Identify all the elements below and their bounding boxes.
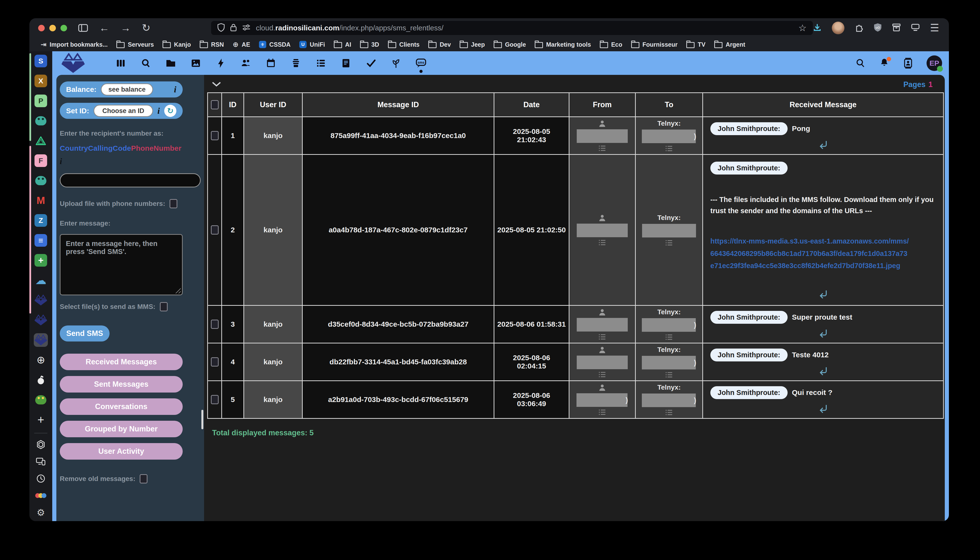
- sent-messages-button[interactable]: Sent Messages: [60, 376, 183, 393]
- bookmark-unifi[interactable]: UUniFi: [299, 41, 325, 48]
- grouped-by-number-button[interactable]: Grouped by Number: [60, 421, 183, 437]
- close-window-button[interactable]: [38, 25, 45, 32]
- mms-file-link[interactable]: https://tlnx-mms-media.s3.us-east-1.amaz…: [710, 235, 910, 272]
- vertical-tab-z[interactable]: Z: [34, 213, 48, 227]
- forward-icon[interactable]: →: [121, 23, 131, 33]
- bookmark-folder-jeep[interactable]: Jeep: [460, 41, 485, 48]
- row-select-checkbox[interactable]: [211, 320, 219, 329]
- notifications-bell-icon[interactable]: [879, 58, 890, 68]
- details-list-icon[interactable]: [599, 334, 606, 340]
- devices-shortcut[interactable]: [36, 456, 46, 467]
- back-icon[interactable]: ←: [99, 23, 109, 33]
- contacts-menu-icon[interactable]: [903, 58, 914, 69]
- vertical-tab-frog-2[interactable]: [34, 174, 48, 187]
- settings-shortcut[interactable]: ⚙: [37, 507, 45, 518]
- extensions-puzzle-icon[interactable]: [855, 23, 864, 33]
- resend-icon[interactable]: [818, 328, 828, 338]
- vertical-tab-nextcloud-1[interactable]: [34, 293, 48, 307]
- bookmark-star-icon[interactable]: ☆: [798, 23, 807, 33]
- user-activity-button[interactable]: User Activity: [60, 443, 183, 460]
- upload-file-checkbox[interactable]: [169, 199, 177, 208]
- vertical-tab-nextcloud-2[interactable]: [34, 313, 48, 327]
- bookmark-folder-dev[interactable]: Dev: [428, 41, 451, 48]
- bookmark-folder-marketing-tools[interactable]: Marketing tools: [535, 41, 591, 48]
- resend-icon[interactable]: [818, 403, 828, 413]
- vertical-tab-x[interactable]: X: [34, 74, 48, 88]
- unified-search-icon[interactable]: [855, 58, 866, 68]
- app-contacts[interactable]: [240, 58, 251, 69]
- app-photos[interactable]: [190, 58, 201, 69]
- bookmark-folder-clients[interactable]: Clients: [388, 41, 420, 48]
- message-textarea[interactable]: [60, 234, 183, 295]
- select-all-checkbox[interactable]: [211, 100, 219, 109]
- row-select-checkbox[interactable]: [211, 131, 219, 140]
- vertical-tab-s[interactable]: S: [34, 54, 48, 68]
- recipient-number-input[interactable]: [60, 173, 201, 187]
- menu-hamburger-icon[interactable]: ☰: [930, 23, 939, 33]
- details-list-icon[interactable]: [665, 240, 673, 246]
- bookmark-cssda[interactable]: ⚜CSSDA: [259, 41, 291, 48]
- remove-old-checkbox[interactable]: [140, 474, 148, 483]
- resend-icon[interactable]: [818, 289, 828, 299]
- app-sms-relentless-active[interactable]: sms: [415, 58, 427, 69]
- resend-icon[interactable]: [818, 366, 828, 375]
- refresh-ids-button[interactable]: ↻: [164, 105, 176, 117]
- ublock-shield-icon[interactable]: uO: [874, 23, 882, 33]
- row-select-checkbox[interactable]: [211, 225, 219, 235]
- profile-avatar[interactable]: [832, 22, 844, 34]
- radinosilicani-logo[interactable]: [61, 53, 85, 73]
- row-select-checkbox[interactable]: [211, 357, 219, 367]
- conversations-button[interactable]: Conversations: [60, 398, 183, 415]
- bookmark-folder-serveurs[interactable]: Serveurs: [116, 41, 154, 48]
- bookmark-folder-eco[interactable]: Eco: [600, 41, 623, 48]
- vertical-tab-frog[interactable]: [34, 114, 48, 128]
- vertical-tab-cloud[interactable]: ☁: [34, 273, 48, 287]
- vertical-tab-doc[interactable]: ≡: [34, 233, 48, 247]
- info-icon[interactable]: i: [60, 157, 201, 166]
- profiles-shortcut[interactable]: [35, 490, 47, 502]
- vertical-tab-apple[interactable]: [34, 373, 48, 387]
- app-search[interactable]: [140, 58, 151, 69]
- bookmark-ae[interactable]: ⊕AE: [233, 41, 250, 48]
- app-calendar[interactable]: [265, 58, 276, 69]
- details-list-icon[interactable]: [599, 239, 606, 246]
- mms-checkbox[interactable]: [160, 302, 168, 312]
- see-balance-button[interactable]: see balance: [101, 83, 153, 95]
- app-tasks[interactable]: [316, 58, 327, 69]
- details-list-icon[interactable]: [665, 409, 673, 416]
- app-dashboard[interactable]: [115, 58, 126, 69]
- sidebar-toggle-icon[interactable]: [78, 24, 88, 32]
- reload-icon[interactable]: ↻: [142, 23, 150, 33]
- send-sms-button[interactable]: Send SMS: [60, 325, 110, 342]
- details-list-icon[interactable]: [665, 145, 673, 152]
- permissions-icon[interactable]: [242, 24, 251, 32]
- app-notes[interactable]: [341, 58, 352, 69]
- app-files[interactable]: [165, 58, 176, 69]
- app-deck[interactable]: [290, 58, 301, 69]
- choose-id-button[interactable]: Choose an ID: [93, 105, 153, 117]
- vertical-tab-nextcloud-active[interactable]: [34, 333, 48, 347]
- app-growth[interactable]: [390, 58, 402, 69]
- bookmark-folder-fournisseur[interactable]: Fournisseur: [631, 41, 678, 48]
- bookmark-folder-3d[interactable]: 3D: [360, 41, 379, 48]
- bookmark-folder-tv[interactable]: TV: [686, 41, 706, 48]
- lock-icon[interactable]: [230, 23, 237, 33]
- vertical-tab-frog-color[interactable]: [34, 393, 48, 407]
- archive-box-icon[interactable]: [892, 23, 901, 33]
- details-list-icon[interactable]: [665, 334, 673, 340]
- bookmark-folder-kanjo[interactable]: Kanjo: [163, 41, 191, 48]
- vertical-tab-p[interactable]: P: [34, 94, 48, 108]
- vertical-tab-gmail[interactable]: M: [34, 194, 48, 207]
- collapse-chevron-icon[interactable]: [212, 82, 221, 88]
- history-shortcut[interactable]: [36, 473, 45, 484]
- zoom-window-button[interactable]: [60, 25, 67, 32]
- vertical-tab-f[interactable]: F: [34, 154, 48, 167]
- app-activity[interactable]: [215, 58, 226, 69]
- vertical-tab-triangle[interactable]: [34, 134, 48, 148]
- details-list-icon[interactable]: [599, 372, 606, 378]
- info-icon[interactable]: i: [174, 85, 176, 94]
- vertical-tab-globe[interactable]: ⊕: [34, 353, 48, 367]
- bookmark-folder-rsn[interactable]: RSN: [200, 41, 224, 48]
- details-list-icon[interactable]: [599, 409, 606, 415]
- details-list-icon[interactable]: [599, 145, 606, 152]
